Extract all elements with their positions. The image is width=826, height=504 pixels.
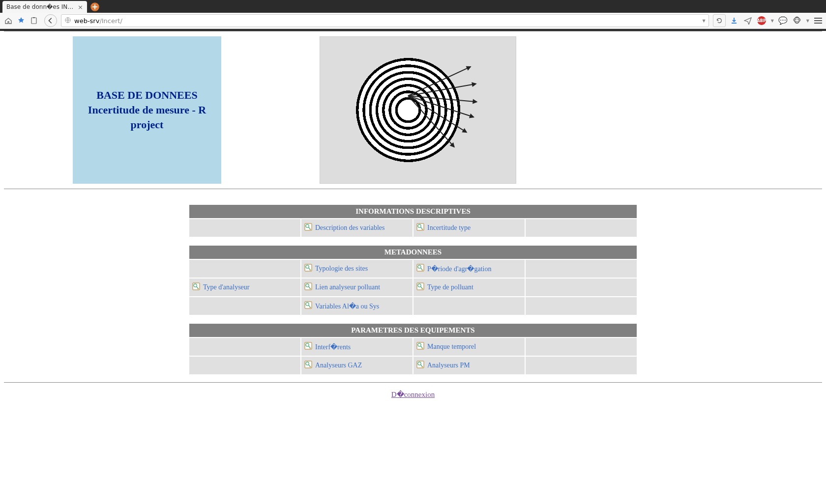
table-cell: Description des variables bbox=[301, 219, 413, 237]
magnify-icon bbox=[304, 301, 312, 311]
link-label: Variables Al�a ou Sys bbox=[315, 302, 379, 310]
menu-icon[interactable] bbox=[814, 18, 822, 24]
section-header: PARAMETRES DES EQUIPEMENTS bbox=[189, 324, 637, 337]
nav-link[interactable]: Analyseurs GAZ bbox=[304, 361, 362, 370]
url-host: web-srv bbox=[74, 17, 99, 25]
nav-link[interactable]: Analyseurs PM bbox=[416, 361, 470, 370]
divider bbox=[4, 189, 822, 189]
table-cell bbox=[526, 279, 637, 296]
url-bar[interactable]: web-srv/Incert/ ▼ bbox=[61, 14, 709, 27]
table-cell: Incertitude type bbox=[413, 219, 525, 237]
table-cell: Analyseurs PM bbox=[413, 357, 525, 374]
target-image bbox=[320, 36, 516, 184]
url-text: web-srv/Incert/ bbox=[74, 17, 122, 25]
divider bbox=[4, 31, 822, 31]
nav-link[interactable]: Type de polluant bbox=[416, 282, 473, 292]
url-path: /Incert/ bbox=[99, 17, 122, 25]
svg-rect-1 bbox=[31, 18, 36, 24]
table-cell bbox=[413, 297, 525, 315]
magnify-icon bbox=[304, 223, 312, 233]
table-cell bbox=[526, 297, 637, 315]
section-table: METADONNEESTypologie des sitesP�riode d'… bbox=[188, 245, 638, 316]
table-cell: Type d'analyseur bbox=[189, 279, 300, 296]
nav-link[interactable]: Typologie des sites bbox=[304, 264, 368, 274]
home-icon[interactable] bbox=[4, 16, 13, 25]
table-cell bbox=[189, 338, 300, 356]
table-row: Analyseurs GAZAnalyseurs PM bbox=[189, 357, 637, 374]
new-tab-button[interactable] bbox=[90, 2, 100, 12]
logout-link[interactable]: D�connexion bbox=[391, 391, 435, 398]
table-cell bbox=[189, 357, 300, 374]
link-label: Lien analyseur polluant bbox=[315, 283, 380, 291]
magnify-icon bbox=[192, 282, 200, 292]
link-label: P�riode d'agr�gation bbox=[427, 265, 491, 273]
table-cell bbox=[526, 338, 637, 356]
abp-dropdown-icon[interactable]: ▼ bbox=[771, 19, 774, 23]
section-table: PARAMETRES DES EQUIPEMENTSInterf�rentsMa… bbox=[188, 323, 638, 375]
bookmark-star-icon[interactable] bbox=[17, 16, 26, 25]
magnify-icon bbox=[304, 342, 312, 352]
table-cell bbox=[189, 219, 300, 237]
nav-link[interactable]: P�riode d'agr�gation bbox=[416, 264, 491, 274]
downloads-icon[interactable] bbox=[730, 16, 738, 25]
link-label: Manque temporel bbox=[427, 343, 476, 351]
monkey-icon[interactable]: 🐵 bbox=[793, 16, 801, 25]
link-label: Incertitude type bbox=[427, 224, 471, 232]
title-box: BASE DE DONNEES Incertitude de mesure - … bbox=[73, 36, 221, 184]
link-label: Typologie des sites bbox=[315, 265, 368, 273]
nav-link[interactable]: Interf�rents bbox=[304, 342, 351, 352]
table-cell bbox=[189, 297, 300, 315]
logout-row: D�connexion bbox=[4, 390, 822, 399]
magnify-icon bbox=[416, 282, 424, 292]
url-dropdown-icon[interactable]: ▼ bbox=[703, 19, 706, 23]
svg-rect-2 bbox=[33, 17, 35, 18]
adblock-icon[interactable]: ABP bbox=[757, 16, 766, 25]
tables-container: INFORMATIONS DESCRIPTIVESDescription des… bbox=[188, 204, 638, 375]
link-label: Type d'analyseur bbox=[203, 283, 249, 291]
magnify-icon bbox=[416, 223, 424, 233]
table-cell bbox=[526, 260, 637, 278]
header-row: BASE DE DONNEES Incertitude de mesure - … bbox=[4, 33, 822, 187]
nav-link[interactable]: Manque temporel bbox=[416, 342, 476, 352]
table-cell: Type de polluant bbox=[413, 279, 525, 296]
nav-link[interactable]: Lien analyseur polluant bbox=[304, 282, 380, 292]
browser-tab[interactable]: Base de donn�es INCE... × bbox=[2, 1, 87, 13]
title-line1: BASE DE DONNEES bbox=[96, 89, 197, 101]
table-cell bbox=[526, 219, 637, 237]
table-cell: Interf�rents bbox=[301, 338, 413, 356]
nav-link[interactable]: Description des variables bbox=[304, 223, 385, 233]
table-row: Variables Al�a ou Sys bbox=[189, 297, 637, 315]
table-cell: Manque temporel bbox=[413, 338, 525, 356]
tab-title: Base de donn�es INCE... bbox=[6, 3, 75, 10]
link-label: Description des variables bbox=[315, 224, 385, 232]
nav-link[interactable]: Variables Al�a ou Sys bbox=[304, 301, 379, 311]
magnify-icon bbox=[416, 264, 424, 274]
globe-icon bbox=[64, 16, 71, 26]
table-cell bbox=[189, 260, 300, 278]
table-cell bbox=[526, 357, 637, 374]
clipboard-icon[interactable] bbox=[30, 16, 38, 25]
table-row: Interf�rentsManque temporel bbox=[189, 338, 637, 356]
browser-toolbar: web-srv/Incert/ ▼ ABP ▼ 💬 🐵 ▼ bbox=[0, 13, 826, 29]
section-table: INFORMATIONS DESCRIPTIVESDescription des… bbox=[188, 204, 638, 238]
chat-icon[interactable]: 💬 bbox=[779, 16, 788, 25]
send-icon[interactable] bbox=[743, 16, 752, 25]
magnify-icon bbox=[304, 361, 312, 370]
nav-link[interactable]: Type d'analyseur bbox=[192, 282, 249, 292]
table-cell: Typologie des sites bbox=[301, 260, 413, 278]
page-title: BASE DE DONNEES Incertitude de mesure - … bbox=[83, 88, 211, 132]
table-row: Description des variablesIncertitude typ… bbox=[189, 219, 637, 237]
monkey-dropdown-icon[interactable]: ▼ bbox=[806, 19, 809, 23]
nav-link[interactable]: Incertitude type bbox=[416, 223, 471, 233]
back-button[interactable] bbox=[44, 14, 57, 27]
table-cell: P�riode d'agr�gation bbox=[413, 260, 525, 278]
page-content: BASE DE DONNEES Incertitude de mesure - … bbox=[0, 31, 826, 504]
table-cell: Analyseurs GAZ bbox=[301, 357, 413, 374]
link-label: Type de polluant bbox=[427, 283, 473, 291]
reload-button[interactable] bbox=[713, 14, 726, 27]
link-label: Analyseurs GAZ bbox=[315, 362, 362, 369]
section-header: INFORMATIONS DESCRIPTIVES bbox=[189, 205, 637, 218]
section-header: METADONNEES bbox=[189, 246, 637, 259]
link-label: Analyseurs PM bbox=[427, 362, 470, 369]
close-tab-icon[interactable]: × bbox=[78, 3, 83, 11]
